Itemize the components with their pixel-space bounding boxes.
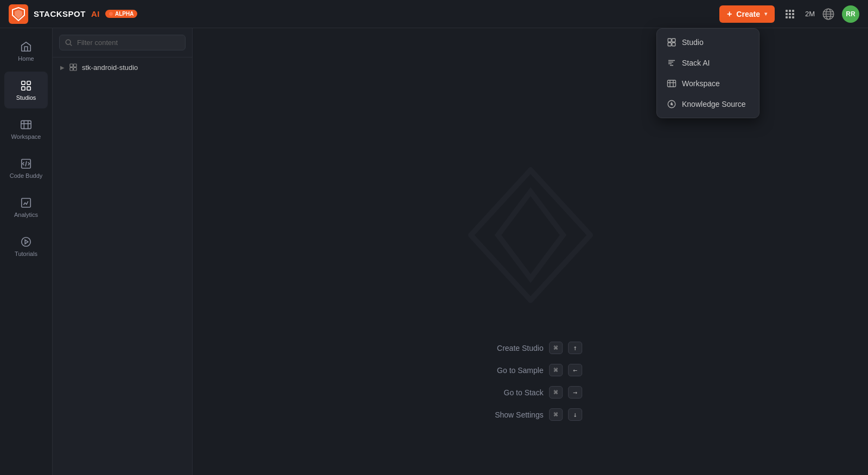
svg-rect-20	[27, 86, 30, 89]
svg-point-25	[66, 40, 71, 44]
header: STACKSPOT AI ALPHA + Create ▾	[0, 0, 868, 28]
svg-rect-29	[70, 68, 73, 70]
panel: ▶ stk-android-studio	[53, 28, 193, 475]
svg-rect-27	[70, 64, 73, 67]
globe-icon	[821, 7, 835, 21]
filter-bar	[53, 28, 192, 57]
sidebar-item-code-buddy[interactable]: Code Buddy	[4, 150, 48, 187]
studios-icon	[20, 80, 32, 92]
stackspot-logo-icon	[9, 4, 28, 24]
chevron-down-icon: ▾	[764, 11, 767, 17]
svg-rect-6	[786, 13, 788, 15]
svg-rect-8	[792, 13, 794, 15]
shortcut-create-studio: Create Studio ⌘ ↑	[478, 342, 583, 354]
alpha-dot	[109, 12, 113, 16]
shortcut-go-to-sample-key1: ⌘	[549, 364, 563, 376]
shortcut-create-studio-label: Create Studio	[478, 344, 544, 352]
sidebar-item-workspace-label: Workspace	[11, 133, 41, 140]
dropdown-item-stack-ai[interactable]: Stack AI	[660, 53, 756, 73]
svg-rect-33	[668, 43, 671, 46]
sidebar: Home Studios Workspace Cod	[0, 28, 53, 475]
svg-rect-18	[27, 81, 30, 84]
shortcut-go-to-stack-key2: →	[569, 386, 583, 399]
search-icon	[65, 39, 73, 47]
shortcut-go-to-stack: Go to Stack ⌘ →	[478, 386, 583, 399]
svg-rect-21	[21, 120, 31, 129]
svg-point-24	[22, 237, 31, 246]
svg-rect-30	[74, 68, 76, 70]
filter-input-wrap	[59, 35, 186, 50]
dropdown-stack-ai-label: Stack AI	[682, 59, 710, 67]
user-count: 2M	[805, 10, 815, 18]
shortcut-go-to-stack-key1: ⌘	[549, 386, 563, 399]
svg-rect-35	[668, 80, 676, 87]
svg-rect-5	[792, 10, 794, 12]
home-icon	[20, 41, 32, 53]
svg-rect-23	[22, 198, 31, 207]
avatar[interactable]: RR	[842, 5, 859, 23]
sidebar-item-code-buddy-label: Code Buddy	[10, 172, 43, 179]
shortcut-show-settings-label: Show Settings	[478, 410, 544, 419]
svg-rect-19	[22, 86, 25, 89]
sidebar-item-workspace[interactable]: Workspace	[4, 111, 48, 147]
shortcut-go-to-sample: Go to Sample ⌘ ←	[478, 364, 583, 376]
dropdown-studio-label: Studio	[682, 38, 704, 47]
logo-text: STACKSPOT	[34, 9, 86, 18]
shortcut-create-studio-key1: ⌘	[549, 342, 563, 354]
plus-icon: +	[727, 9, 732, 19]
workspace-dropdown-icon	[667, 79, 676, 88]
panel-item-stk-android-studio[interactable]: ▶ stk-android-studio	[53, 57, 192, 77]
svg-rect-4	[789, 10, 791, 12]
sidebar-item-home[interactable]: Home	[4, 33, 48, 69]
sidebar-item-analytics-label: Analytics	[14, 211, 38, 218]
svg-rect-10	[789, 16, 791, 18]
panel-item-label: stk-android-studio	[82, 63, 138, 72]
sidebar-item-analytics[interactable]: Analytics	[4, 189, 48, 226]
header-right: + Create ▾ 2M RR	[719, 5, 859, 23]
svg-rect-3	[786, 10, 788, 12]
background-logo	[455, 159, 607, 313]
studio-item-icon	[69, 63, 78, 72]
create-button[interactable]: + Create ▾	[719, 5, 775, 23]
sidebar-item-studios-label: Studios	[16, 94, 36, 101]
shortcut-show-settings-key2: ↓	[569, 408, 583, 421]
sidebar-item-tutorials-label: Tutorials	[15, 251, 37, 257]
filter-input[interactable]	[77, 38, 180, 47]
dropdown-knowledge-source-label: Knowledge Source	[682, 100, 746, 108]
studio-dropdown-icon	[667, 37, 676, 47]
shortcut-show-settings: Show Settings ⌘ ↓	[478, 408, 583, 421]
dropdown-item-knowledge-source[interactable]: Knowledge Source	[660, 94, 756, 114]
svg-rect-34	[672, 43, 675, 46]
svg-rect-9	[786, 16, 788, 18]
stack-ai-dropdown-icon	[667, 58, 676, 68]
sidebar-item-home-label: Home	[18, 55, 34, 62]
workspace-icon	[20, 119, 32, 131]
shortcut-go-to-sample-label: Go to Sample	[478, 366, 544, 375]
main-content: Create Studio ⌘ ↑ Go to Sample ⌘ ← Go to…	[193, 28, 868, 475]
svg-point-37	[671, 104, 673, 105]
dropdown-item-workspace[interactable]: Workspace	[660, 73, 756, 94]
svg-rect-11	[792, 16, 794, 18]
svg-rect-31	[668, 38, 671, 42]
svg-rect-7	[789, 13, 791, 15]
chevron-right-icon: ▶	[60, 65, 65, 70]
header-left: STACKSPOT AI ALPHA	[9, 4, 137, 24]
tutorials-icon	[20, 236, 32, 248]
alpha-badge: ALPHA	[105, 10, 137, 18]
dropdown-menu: Studio Stack AI Workspace Knowledge Sour…	[656, 28, 760, 118]
analytics-icon	[20, 197, 32, 209]
shortcut-go-to-sample-key2: ←	[569, 364, 583, 376]
sidebar-item-tutorials[interactable]: Tutorials	[4, 228, 48, 265]
shortcut-create-studio-key2: ↑	[569, 342, 583, 354]
grid-menu-button[interactable]	[781, 5, 799, 23]
svg-line-26	[70, 44, 72, 46]
dropdown-workspace-label: Workspace	[682, 79, 720, 88]
knowledge-source-dropdown-icon	[667, 99, 676, 109]
shortcut-show-settings-key1: ⌘	[549, 408, 563, 421]
svg-rect-28	[74, 64, 76, 67]
svg-rect-17	[22, 81, 25, 84]
dropdown-item-studio[interactable]: Studio	[660, 32, 756, 53]
ai-label: AI	[91, 9, 100, 18]
sidebar-item-studios[interactable]: Studios	[4, 72, 48, 108]
shortcut-go-to-stack-label: Go to Stack	[478, 388, 544, 397]
